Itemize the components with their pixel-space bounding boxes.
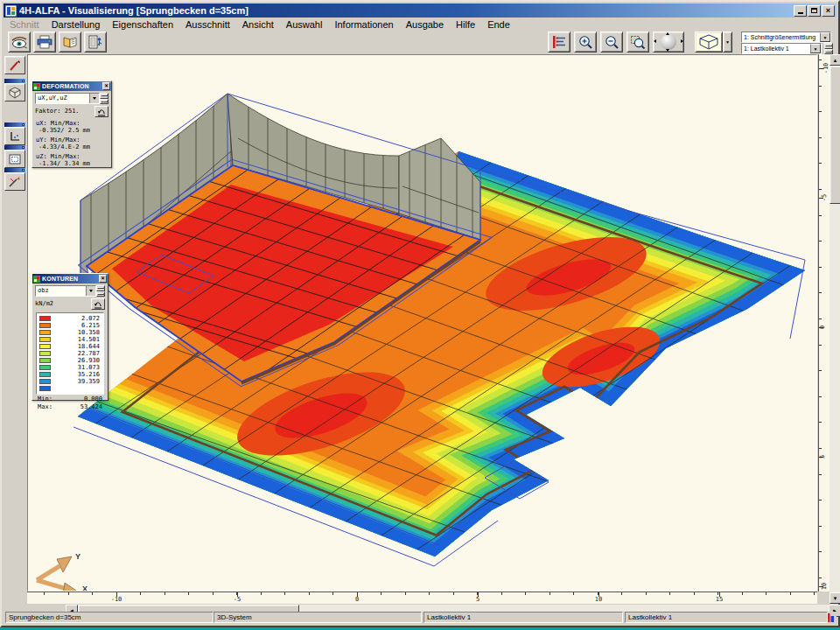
tool-window-draw[interactable] <box>4 56 25 74</box>
status-bar: Sprungbecken d=35cm3D-SystemLastkollekti… <box>4 612 836 624</box>
deformation-panel-titlebar[interactable]: DEFORMATION × <box>32 81 111 91</box>
close-button[interactable]: × <box>822 5 835 17</box>
menu-item-informationen[interactable]: Informationen <box>328 19 399 30</box>
maximize-button[interactable] <box>808 5 821 17</box>
menu-item-ende[interactable]: Ende <box>481 19 516 30</box>
konturen-unit: kN/m2 <box>35 300 53 308</box>
chevron-down-icon[interactable] <box>89 94 99 103</box>
legend-swatch <box>39 323 51 328</box>
horizontal-ruler: -10-5051015 <box>27 592 817 604</box>
deformation-panel-title: DEFORMATION <box>42 83 102 89</box>
legend-min-value: 0.000 <box>84 396 102 402</box>
zoom-window-button[interactable] <box>626 32 649 52</box>
drawing-canvas[interactable]: Y X DEFORMATION × uX,uY,uZ <box>27 54 817 592</box>
menu-item-darstellung[interactable]: Darstellung <box>46 19 107 30</box>
axis-x-label: X <box>82 584 88 592</box>
deformation-panel[interactable]: DEFORMATION × uX,uY,uZ Faktor: 251. <box>32 80 112 168</box>
view-cube-button[interactable] <box>695 32 723 52</box>
v-ruler-label: 0 <box>819 326 826 329</box>
display-list-icon <box>551 35 567 49</box>
view-cube-icon <box>698 33 719 51</box>
konturen-panel-titlebar[interactable]: KONTUREN × <box>32 274 108 284</box>
deformation-spinner[interactable] <box>100 93 108 104</box>
contour-legend: 2.0726.21510.35814.50118.64422.78726.930… <box>36 312 104 395</box>
pan-control[interactable] <box>653 32 684 52</box>
red-pen-icon <box>8 60 22 72</box>
print-button[interactable] <box>33 32 56 52</box>
close-icon[interactable]: × <box>102 82 110 90</box>
v-ruler-label: -5 <box>821 194 828 201</box>
redraw-arrow-icon <box>93 300 103 309</box>
menu-item-hilfe[interactable]: Hilfe <box>450 19 481 30</box>
menu-item-ansicht[interactable]: Ansicht <box>236 19 280 30</box>
mini-title-bar <box>4 79 25 83</box>
mini-title-bar <box>4 168 25 172</box>
tool-window-section[interactable] <box>4 168 25 191</box>
book-icon <box>62 35 78 49</box>
report-book-button[interactable] <box>59 32 81 52</box>
vertical-scroll-thumb[interactable] <box>830 66 840 204</box>
h-ruler-label: 10 <box>595 596 602 603</box>
konturen-panel[interactable]: KONTUREN × σbz kN/m2 <box>32 273 108 401</box>
toolbar: ▼ 1: Schnittgrößenermittlung ▼ 1: Lastko… <box>4 31 836 54</box>
zoom-window-icon <box>630 35 646 50</box>
legend-swatch <box>39 386 51 391</box>
close-icon[interactable] <box>22 169 24 172</box>
panel-icon <box>33 83 40 90</box>
h-ruler-label: 0 <box>355 596 359 603</box>
legend-row: 18.644 <box>39 343 102 350</box>
scroll-down-icon[interactable]: ▼ <box>830 592 840 604</box>
exit-button[interactable] <box>84 32 107 52</box>
zoom-out-button[interactable] <box>600 32 623 52</box>
menu-item-ausschnitt[interactable]: Ausschnitt <box>179 19 236 30</box>
redraw-arrow-icon <box>96 108 107 116</box>
legend-swatch <box>39 358 51 363</box>
v-ruler-label: 5 <box>819 455 826 458</box>
minimize-button[interactable] <box>794 5 807 17</box>
redraw-button[interactable] <box>91 298 105 310</box>
tool-window-3d-view[interactable] <box>4 79 25 102</box>
chevron-down-icon[interactable]: ▼ <box>810 44 821 53</box>
scroll-up-icon[interactable]: ▲ <box>830 54 840 66</box>
chevron-down-icon[interactable]: ▼ <box>820 32 830 42</box>
vertical-scrollbar[interactable]: ▲ ▼ <box>830 54 840 604</box>
display-list-button[interactable] <box>548 32 570 52</box>
legend-swatch <box>39 344 51 349</box>
view-cube-dropdown[interactable]: ▼ <box>723 32 732 52</box>
close-icon[interactable] <box>22 146 24 149</box>
h-ruler-label: 15 <box>716 596 723 603</box>
loadcase-value: 1: Lastkollektiv 1 <box>742 44 810 53</box>
redraw-button[interactable] <box>94 106 108 117</box>
legend-swatch <box>39 372 51 377</box>
konturen-spinner[interactable] <box>96 285 105 297</box>
loadcase-spinner[interactable] <box>824 43 833 54</box>
close-icon[interactable] <box>22 123 24 126</box>
exit-door-icon <box>88 35 103 49</box>
deformation-stat-value: -0.352/ 2.5 mm <box>38 127 111 134</box>
spinner-down-icon[interactable] <box>100 99 108 105</box>
chevron-down-icon[interactable] <box>86 286 95 296</box>
loadcase-combo[interactable]: 1: Lastkollektiv 1 ▼ <box>741 43 822 54</box>
printer-icon <box>37 35 52 49</box>
h-ruler-label: -5 <box>234 596 241 603</box>
konturen-combo[interactable]: σbz <box>35 285 96 297</box>
tool-window-clip[interactable] <box>4 145 25 168</box>
close-icon[interactable] <box>22 80 24 82</box>
result-type-combo[interactable]: 1: Schnittgrößenermittlung ▼ <box>741 32 831 43</box>
deformation-combo[interactable]: uX,uY,uZ <box>35 93 100 104</box>
menu-item-ausgabe[interactable]: Ausgabe <box>400 19 450 30</box>
zoom-in-button[interactable] <box>574 32 597 52</box>
menu-item-auswahl[interactable]: Auswahl <box>280 19 329 30</box>
deformation-stats: uX: Min/Max:-0.352/ 2.5 mmuY: Min/Max:-4… <box>32 120 111 167</box>
spinner-down-icon[interactable] <box>96 291 105 298</box>
deformation-factor: Faktor: 251. <box>35 108 80 116</box>
legend-row: 39.359 <box>39 378 102 385</box>
legend-value: 35.216 <box>51 371 102 378</box>
tool-window-coords[interactable] <box>4 122 25 145</box>
window-title: 4H-ALFA - Visualisierung [Sprungbecken d… <box>19 5 793 16</box>
legend-row: 10.358 <box>39 329 102 336</box>
view-eye-button[interactable] <box>8 32 31 52</box>
menu-item-eigenschaften[interactable]: Eigenschaften <box>106 19 179 30</box>
close-icon[interactable]: × <box>99 275 107 283</box>
fem-3d-scene: Y X <box>28 55 817 592</box>
